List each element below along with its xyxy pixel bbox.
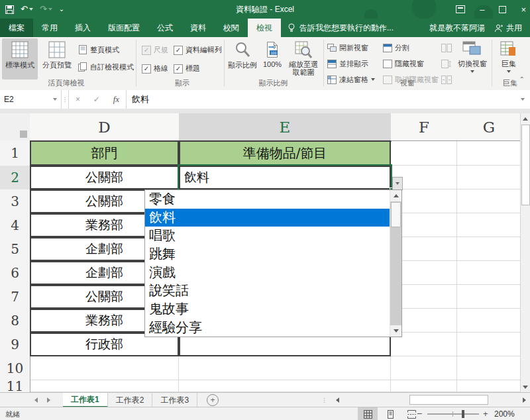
tab-formulas[interactable]: 公式 bbox=[148, 19, 182, 37]
list-item[interactable]: 零食 bbox=[145, 190, 390, 209]
dropdown-scrollbar[interactable] bbox=[390, 190, 401, 337]
row-header-1[interactable]: 1 bbox=[0, 140, 30, 166]
row-header-5[interactable]: 5 bbox=[0, 237, 30, 262]
collapse-ribbon-icon[interactable]: ⌃ bbox=[519, 76, 525, 83]
scrollbar-thumb[interactable] bbox=[391, 202, 401, 227]
custom-views-button[interactable]: 自訂檢視模式 bbox=[78, 60, 134, 74]
name-box-dropdown-icon[interactable] bbox=[53, 98, 57, 101]
horizontal-scrollbar[interactable] bbox=[331, 393, 530, 407]
zoom-button[interactable]: 顯示比例 bbox=[227, 38, 258, 79]
sheet-tab-1[interactable]: 工作表1 bbox=[63, 393, 108, 407]
normal-view-button[interactable]: 標準模式 bbox=[2, 38, 38, 79]
list-item-selected[interactable]: 飲料 bbox=[145, 209, 390, 227]
arrange-all-button[interactable]: 並排顯示 bbox=[327, 56, 368, 71]
new-sheet-button[interactable]: + bbox=[207, 394, 219, 406]
scroll-left-icon[interactable] bbox=[331, 395, 343, 405]
row-header-6[interactable]: 6 bbox=[0, 261, 30, 286]
zoom-100-button[interactable]: 100 100% bbox=[260, 38, 285, 79]
next-sheet-icon[interactable] bbox=[47, 397, 50, 403]
scroll-up-icon[interactable] bbox=[390, 190, 401, 201]
hide-window-button[interactable]: 隱藏視窗 bbox=[383, 56, 424, 71]
tab-scroll-splitter[interactable]: ⋮ bbox=[321, 393, 327, 407]
list-item[interactable]: 跳舞 bbox=[145, 245, 390, 264]
page-layout-status-button[interactable] bbox=[380, 407, 400, 420]
formula-bar-splitter[interactable]: ⋮ bbox=[62, 90, 69, 109]
cell-D1[interactable]: 部門 bbox=[30, 140, 179, 166]
column-header-F[interactable]: F bbox=[391, 113, 458, 141]
zoom-slider-track[interactable] bbox=[427, 413, 479, 415]
row-header-10[interactable]: 10 bbox=[0, 356, 30, 381]
row-header-7[interactable]: 7 bbox=[0, 285, 30, 309]
macros-button[interactable]: 巨集 bbox=[496, 38, 522, 79]
scrollbar-thumb[interactable] bbox=[409, 395, 488, 405]
tab-data[interactable]: 資料 bbox=[182, 19, 215, 37]
page-layout-view-button[interactable]: 整頁模式 bbox=[78, 42, 119, 57]
expand-formula-bar-button[interactable] bbox=[515, 90, 530, 109]
undo-button[interactable]: ↶ bbox=[21, 0, 33, 19]
column-header-D[interactable]: D bbox=[30, 113, 180, 141]
row-header-4[interactable]: 4 bbox=[0, 213, 30, 238]
row-header-8[interactable]: 8 bbox=[0, 309, 30, 333]
column-header-E[interactable]: E bbox=[179, 113, 392, 142]
cancel-entry-icon[interactable]: × bbox=[76, 95, 80, 104]
page-break-preview-button[interactable]: 分頁預覽 bbox=[39, 38, 75, 79]
close-button[interactable]: × bbox=[521, 5, 526, 15]
column-header-G[interactable]: G bbox=[457, 113, 521, 141]
undo-dropdown-icon[interactable] bbox=[29, 8, 33, 11]
tab-file[interactable]: 檔案 bbox=[0, 19, 33, 37]
select-all-button[interactable] bbox=[0, 113, 30, 141]
list-item[interactable]: 唱歌 bbox=[145, 227, 390, 245]
list-item[interactable]: 演戲 bbox=[145, 264, 390, 282]
tab-review[interactable]: 校閱 bbox=[215, 19, 248, 37]
ribbon-display-options-icon[interactable] bbox=[456, 5, 465, 13]
confirm-entry-icon[interactable]: ✓ bbox=[93, 95, 100, 104]
list-item[interactable]: 說笑話 bbox=[145, 282, 390, 300]
customize-qat-icon[interactable]: ⌄ bbox=[59, 0, 64, 19]
user-name[interactable]: 就是教不落阿湯 bbox=[429, 23, 485, 34]
prev-sheet-icon[interactable] bbox=[34, 397, 38, 403]
row-header-11[interactable]: 11 bbox=[0, 380, 30, 392]
list-item[interactable]: 鬼故事 bbox=[145, 300, 390, 319]
zoom-slider-thumb[interactable] bbox=[462, 410, 464, 418]
row-header-2[interactable]: 2 bbox=[0, 166, 31, 190]
scroll-right-icon[interactable] bbox=[518, 395, 530, 405]
tab-view[interactable]: 檢視 bbox=[248, 19, 281, 37]
sheet-tab-2[interactable]: 工作表2 bbox=[108, 393, 153, 407]
zoom-to-selection-button[interactable]: 縮放至選取範圍 bbox=[286, 38, 321, 79]
scroll-down-icon[interactable] bbox=[521, 382, 530, 392]
row-header-9[interactable]: 9 bbox=[0, 333, 30, 357]
headings-checkbox[interactable]: ✓ 標題 bbox=[174, 64, 200, 74]
scroll-up-icon[interactable] bbox=[521, 113, 530, 124]
formula-input[interactable]: 飲料 bbox=[127, 90, 515, 109]
switch-windows-button[interactable]: 切換視窗 bbox=[456, 38, 489, 79]
maximize-button[interactable] bbox=[499, 6, 506, 13]
redo-button[interactable]: ↷ bbox=[40, 0, 52, 19]
minimize-button[interactable]: – bbox=[480, 5, 484, 15]
insert-function-icon[interactable]: fx bbox=[113, 94, 119, 105]
zoom-in-button[interactable]: + bbox=[483, 407, 488, 420]
cell-E1[interactable]: 準備物品/節目 bbox=[179, 140, 391, 166]
zoom-out-button[interactable]: − bbox=[417, 407, 422, 420]
zoom-level[interactable]: 200% bbox=[494, 407, 515, 420]
save-icon[interactable] bbox=[5, 5, 14, 14]
tab-page-layout[interactable]: 版面配置 bbox=[99, 19, 148, 37]
cell-D2[interactable]: 公關部 bbox=[30, 166, 179, 189]
tab-insert[interactable]: 插入 bbox=[66, 19, 99, 37]
split-button[interactable]: 分割 bbox=[383, 40, 409, 55]
tab-home[interactable]: 常用 bbox=[33, 19, 66, 37]
list-item[interactable]: 經驗分享 bbox=[145, 319, 390, 337]
normal-view-status-button[interactable] bbox=[358, 407, 378, 420]
vertical-scrollbar[interactable] bbox=[520, 113, 530, 392]
row-header-3[interactable]: 3 bbox=[0, 189, 30, 214]
cell-E2[interactable]: 飲料 bbox=[179, 166, 391, 189]
new-window-button[interactable]: 開新視窗 bbox=[327, 40, 368, 55]
name-box[interactable]: E2 bbox=[0, 90, 62, 109]
scroll-down-icon[interactable] bbox=[390, 325, 401, 337]
sheet-tab-3[interactable]: 工作表3 bbox=[152, 393, 197, 407]
data-validation-dropdown-button[interactable] bbox=[392, 177, 403, 190]
share-button[interactable]: 共用 bbox=[494, 23, 522, 34]
formula-bar-checkbox[interactable]: ✓ 資料編輯列 bbox=[174, 45, 222, 55]
scrollbar-track[interactable] bbox=[343, 395, 518, 405]
scrollbar-thumb[interactable] bbox=[521, 125, 530, 205]
tell-me-box[interactable]: 告訴我您想要執行的動作... bbox=[288, 23, 394, 34]
